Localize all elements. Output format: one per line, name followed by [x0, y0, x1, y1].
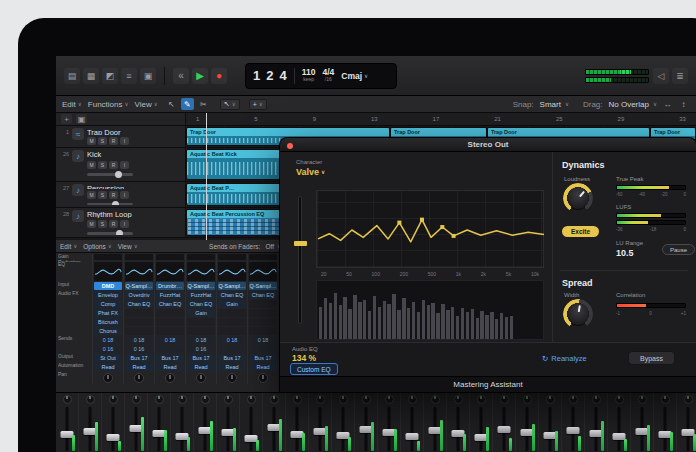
audio-fx-slot[interactable]: Chorus: [94, 327, 122, 335]
mixer-channel-strip[interactable]: [493, 393, 516, 452]
mixer-channel-strip[interactable]: [355, 393, 378, 452]
audio-fx-slot[interactable]: [218, 309, 246, 317]
mixer-channel-strip[interactable]: [332, 393, 355, 452]
mixer-pan-knob[interactable]: [385, 395, 394, 404]
add-track-icon[interactable]: +: [61, 114, 72, 124]
editors-icon[interactable]: ≡: [121, 68, 137, 84]
track-i-button[interactable]: I: [120, 220, 129, 228]
audio-fx-slot[interactable]: [218, 318, 246, 326]
track-s-button[interactable]: S: [98, 191, 107, 199]
audio-fx-slot[interactable]: FuzzHat: [156, 291, 184, 299]
mixer-pan-knob[interactable]: [615, 395, 624, 404]
send-slot[interactable]: 0 16: [94, 345, 122, 353]
menu-functions[interactable]: Functions∨: [88, 100, 129, 109]
audio-fx-slot[interactable]: [249, 300, 277, 308]
mixer-channel-strip[interactable]: [378, 393, 401, 452]
menu-view[interactable]: View∨: [135, 100, 158, 109]
track-r-button[interactable]: R: [109, 191, 118, 199]
audio-fx-slot[interactable]: Comp: [94, 300, 122, 308]
mixer-channel-strip[interactable]: [470, 393, 493, 452]
mixer-channel-strip[interactable]: [562, 393, 585, 452]
mixer-pan-knob[interactable]: [270, 395, 279, 404]
pan-knob[interactable]: [103, 373, 113, 383]
track-header[interactable]: 1≈Trap DoorMSRI: [56, 126, 186, 147]
eq-curve-display[interactable]: [316, 190, 544, 268]
pause-button[interactable]: Pause: [662, 244, 695, 255]
mixer-pan-knob[interactable]: [569, 395, 578, 404]
smart-controls-icon[interactable]: ◩: [102, 68, 118, 84]
audio-fx-slot[interactable]: [156, 309, 184, 317]
inspector-menu-edit[interactable]: Edit∨: [60, 243, 77, 250]
mixer-pan-knob[interactable]: [684, 395, 693, 404]
mixer-pan-knob[interactable]: [454, 395, 463, 404]
pan-knob[interactable]: [227, 373, 237, 383]
ruler-bar-number[interactable]: 13: [371, 116, 378, 122]
mixer-channel-strip[interactable]: [148, 393, 171, 452]
mixer-pan-knob[interactable]: [86, 395, 95, 404]
instrument-slot[interactable]: Drumbr…: [156, 282, 184, 290]
zoom-vertical-icon[interactable]: ↕: [677, 98, 690, 110]
audio-fx-slot[interactable]: Chan EQ: [125, 300, 153, 308]
track-m-button[interactable]: M: [87, 191, 96, 199]
send-slot[interactable]: 0 18: [249, 336, 277, 344]
zoom-horizontal-icon[interactable]: ↔: [661, 98, 674, 110]
character-select[interactable]: Valve ∨: [296, 167, 325, 177]
fader-cap[interactable]: [498, 426, 511, 433]
loudness-knob[interactable]: [566, 186, 590, 210]
send-slot[interactable]: 0 18: [125, 336, 153, 344]
instrument-slot[interactable]: Q-Sampl…: [218, 282, 246, 290]
audio-fx-slot[interactable]: [218, 327, 246, 335]
track-i-button[interactable]: I: [120, 161, 129, 169]
ruler-bar-number[interactable]: 1: [196, 116, 199, 122]
mixer-pan-knob[interactable]: [638, 395, 647, 404]
pan-knob[interactable]: [258, 373, 268, 383]
track-s-button[interactable]: S: [98, 161, 107, 169]
track-volume-slider[interactable]: [87, 173, 133, 176]
inspector-menu-options[interactable]: Options∨: [83, 243, 111, 250]
fader-cap[interactable]: [107, 434, 120, 441]
audio-fx-slot[interactable]: FuzzHat: [187, 291, 215, 299]
mixer-channel-strip[interactable]: [447, 393, 470, 452]
eq-thumbnail[interactable]: [156, 262, 184, 281]
send-slot[interactable]: 0 16: [125, 345, 153, 353]
mixer-channel-strip[interactable]: [217, 393, 240, 452]
audio-fx-slot[interactable]: Bitcrush: [94, 318, 122, 326]
mixer-channel-strip[interactable]: [194, 393, 217, 452]
mixer-pan-knob[interactable]: [477, 395, 486, 404]
audio-fx-slot[interactable]: [249, 318, 277, 326]
send-slot[interactable]: 0 18: [94, 336, 122, 344]
eq-thumbnail[interactable]: [94, 262, 122, 281]
mixer-pan-knob[interactable]: [178, 395, 187, 404]
audio-fx-slot[interactable]: [187, 327, 215, 335]
output-slot[interactable]: Bus 17: [187, 354, 215, 362]
mixer-channel-strip[interactable]: [608, 393, 631, 452]
excite-button[interactable]: Excite: [562, 226, 599, 237]
output-slot[interactable]: Bus 17: [156, 354, 184, 362]
audio-fx-slot[interactable]: Gain: [218, 300, 246, 308]
pan-knob[interactable]: [134, 373, 144, 383]
mixer-channel-strip[interactable]: [263, 393, 286, 452]
track-header[interactable]: 27♪PercussionMSRI: [56, 182, 186, 207]
instrument-slot[interactable]: Q-Sampl…: [187, 282, 215, 290]
mixer-pan-knob[interactable]: [63, 395, 72, 404]
automation-slot[interactable]: Read: [218, 363, 246, 371]
track-s-button[interactable]: S: [98, 220, 107, 228]
audio-fx-slot[interactable]: [187, 318, 215, 326]
automation-slot[interactable]: Read: [94, 363, 122, 371]
send-slot[interactable]: 0 16: [187, 345, 215, 353]
plugin-title-bar[interactable]: Stereo Out: [280, 138, 696, 152]
command-click-tool-menu[interactable]: +∨: [249, 99, 267, 110]
send-slot[interactable]: [156, 345, 184, 353]
mixer-channel-strip[interactable]: [125, 393, 148, 452]
rewind-icon[interactable]: «: [173, 68, 189, 84]
mixer-channel-strip[interactable]: [677, 393, 696, 452]
mixer-channel-strip[interactable]: [79, 393, 102, 452]
audio-fx-slot[interactable]: [156, 327, 184, 335]
close-icon[interactable]: [287, 143, 293, 149]
audio-fx-slot[interactable]: Chan EQ: [249, 291, 277, 299]
mixer-pan-knob[interactable]: [546, 395, 555, 404]
track-r-button[interactable]: R: [109, 137, 118, 145]
ruler-bar-number[interactable]: 25: [556, 116, 563, 122]
send-slot[interactable]: [249, 345, 277, 353]
mixer-pan-knob[interactable]: [523, 395, 532, 404]
